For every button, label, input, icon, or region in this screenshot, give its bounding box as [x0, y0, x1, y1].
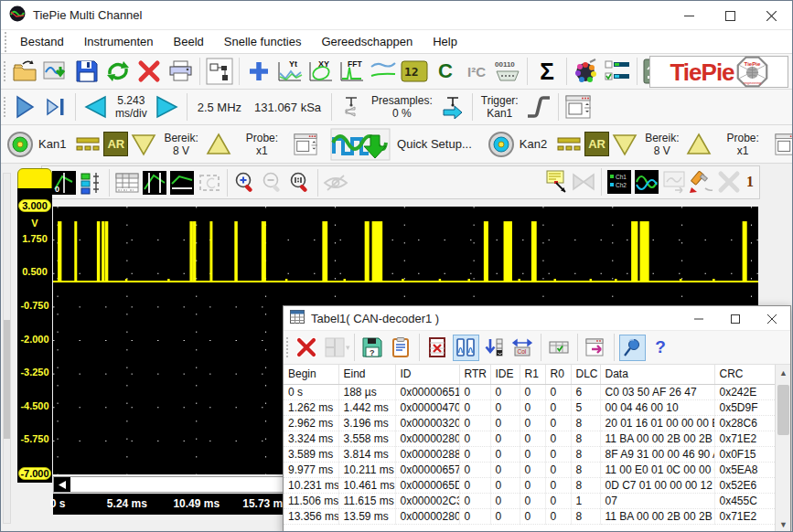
table-row[interactable]: 3.324 ms3.558 ms0x000002800000811 BA 00 … [284, 431, 777, 446]
object-tree-button[interactable] [204, 56, 235, 87]
presamples-decrease-icon[interactable] [336, 91, 367, 122]
table-autofit-button[interactable] [546, 335, 573, 361]
menu-bestand[interactable]: Bestand [10, 31, 74, 52]
fft-graph-button[interactable]: FFT [337, 56, 368, 87]
can-decoder-button[interactable]: C [430, 56, 461, 87]
trace-style-button[interactable] [633, 168, 660, 196]
maximize-button[interactable] [710, 1, 751, 30]
table-row[interactable]: 3.589 ms3.814 ms0x00000288000088F A9 31 … [284, 446, 777, 462]
menu-snelle-functies[interactable]: Snelle functies [214, 31, 312, 52]
kan2-settings-button[interactable] [771, 129, 793, 160]
kan1-range-up-button[interactable] [203, 129, 234, 160]
data-table-button[interactable] [113, 169, 141, 197]
table-minimize-button[interactable] [680, 306, 717, 331]
oneshot-button[interactable] [40, 91, 71, 122]
zoom-rect-button[interactable] [196, 169, 223, 197]
zoom-in-button[interactable] [231, 169, 259, 197]
table-title-bar[interactable]: Tabel1( CAN-decoder1 ) [284, 306, 790, 331]
table-help-button[interactable]: ? [648, 335, 674, 361]
scrollbar-thumb[interactable] [4, 320, 10, 439]
scroll-left-button[interactable] [54, 477, 70, 492]
table-scrollbar[interactable]: ▲ ▼ [775, 365, 790, 532]
legend-button[interactable]: Ch1Ch2 [605, 168, 633, 196]
channel-levels-button[interactable] [78, 169, 105, 197]
instrument-settings-button[interactable] [563, 91, 594, 122]
y-tick-label[interactable]: -7.000 [18, 467, 51, 480]
meter-button[interactable]: 12 [399, 56, 430, 87]
save-button[interactable] [71, 56, 102, 87]
graph-left-scrollbar[interactable] [3, 173, 11, 524]
add-instrument-button[interactable] [243, 56, 274, 87]
start-button[interactable] [9, 91, 40, 122]
table-row[interactable]: 9.977 ms10.211 ms0x000006570000811 00 E0… [284, 462, 777, 477]
title-bar[interactable]: TiePie Multi Channel [1, 1, 792, 30]
table-row[interactable]: 10.231 ms10.461 ms0x0000065D000080D C7 0… [284, 477, 777, 493]
serial-decoder-button[interactable]: 00110 [492, 56, 523, 87]
column-header[interactable]: CRC [714, 365, 777, 384]
yaxis-channel-tab[interactable] [17, 168, 52, 190]
toolbar-grip[interactable] [285, 335, 290, 359]
kan1-bnc-icon[interactable] [5, 129, 36, 160]
table-pin-button[interactable] [619, 335, 646, 361]
table-export-button[interactable] [583, 335, 609, 361]
unlink-button[interactable] [570, 168, 597, 196]
zoom-reset-button[interactable] [286, 169, 314, 197]
scroll-up-button[interactable]: ▲ [777, 367, 790, 380]
kan2-bnc-icon[interactable] [486, 129, 517, 160]
kan1-range-down-button[interactable] [128, 129, 159, 160]
table-row[interactable]: 11.506 ms11.615 ms0x000002C300001070x455… [284, 493, 777, 508]
toolbar-grip[interactable] [3, 59, 7, 83]
kan2-range-up-button[interactable] [683, 129, 714, 160]
export-graph-button[interactable] [660, 168, 688, 196]
xy-graph-button[interactable]: XY [305, 56, 337, 87]
refresh-button[interactable] [102, 56, 134, 87]
menu-gereedschappen[interactable]: Gereedschappen [311, 31, 423, 52]
y-tick-label[interactable]: 3.000 [18, 199, 51, 212]
toolbar-grip[interactable] [4, 30, 8, 54]
marker-pen-button[interactable] [688, 168, 715, 196]
layout-dropdown-chevron[interactable]: ▾ [346, 343, 350, 352]
menu-instrumenten[interactable]: Instrumenten [74, 31, 164, 52]
table-sort-button[interactable] [481, 335, 508, 361]
timebase-slower-button[interactable] [80, 91, 111, 122]
i2c-decoder-button[interactable]: I²C [461, 56, 492, 87]
import-data-button[interactable] [40, 56, 71, 87]
column-header[interactable]: DLC [571, 365, 600, 384]
trigger-edge-icon[interactable] [523, 91, 554, 122]
horizontal-cursors-button[interactable] [168, 169, 196, 197]
delete-button[interactable] [134, 56, 165, 87]
table-column-width-button[interactable]: Col [509, 335, 536, 361]
kan2-range-down-button[interactable] [609, 129, 640, 160]
column-header[interactable]: Begin [284, 365, 338, 384]
line-graph-button[interactable] [368, 56, 399, 87]
vertical-cursors-button[interactable] [141, 169, 168, 197]
y-axis[interactable]: 3.0001.7500.500-0.750-2.000-3.250-4.500-… [17, 188, 52, 483]
table-row[interactable]: 0 s188 µs0x0000065100006C0 03 50 AF 26 4… [284, 384, 777, 399]
open-file-button[interactable] [9, 56, 40, 87]
kan1-settings-button[interactable] [290, 129, 321, 160]
yt-graph-button[interactable]: Yt [274, 56, 305, 87]
presamples-increase-icon[interactable] [437, 91, 468, 122]
table-close-button[interactable] [754, 306, 790, 331]
column-header[interactable]: RTR [459, 365, 490, 384]
timebase-faster-button[interactable] [152, 91, 183, 122]
scrollbar-thumb[interactable] [777, 385, 789, 435]
table-row[interactable]: 2.962 ms3.196 ms0x000003200000820 01 16 … [284, 415, 777, 431]
minimize-button[interactable] [669, 1, 710, 30]
kan2-autorange-button[interactable]: AR [584, 132, 609, 156]
visibility-button[interactable] [322, 169, 349, 197]
close-button[interactable] [751, 1, 792, 30]
quick-setup-button[interactable]: Quick Setup... [330, 128, 478, 161]
sum-button[interactable]: Σ [531, 56, 563, 87]
menu-beeld[interactable]: Beeld [164, 31, 214, 52]
column-header[interactable]: Data [600, 365, 714, 384]
colors-button[interactable] [571, 56, 602, 87]
table-pair-columns-button[interactable] [453, 335, 479, 361]
column-header[interactable]: R1 [520, 365, 545, 384]
kan2-coupling-icon[interactable] [553, 129, 584, 160]
table-layout-button[interactable] [321, 335, 348, 361]
kan1-coupling-icon[interactable] [72, 129, 103, 160]
table-save-button[interactable]: ? [359, 335, 386, 361]
print-button[interactable] [165, 56, 196, 87]
table-row[interactable]: 1.262 ms1.442 ms0x000004700000500 04 46 … [284, 399, 777, 415]
